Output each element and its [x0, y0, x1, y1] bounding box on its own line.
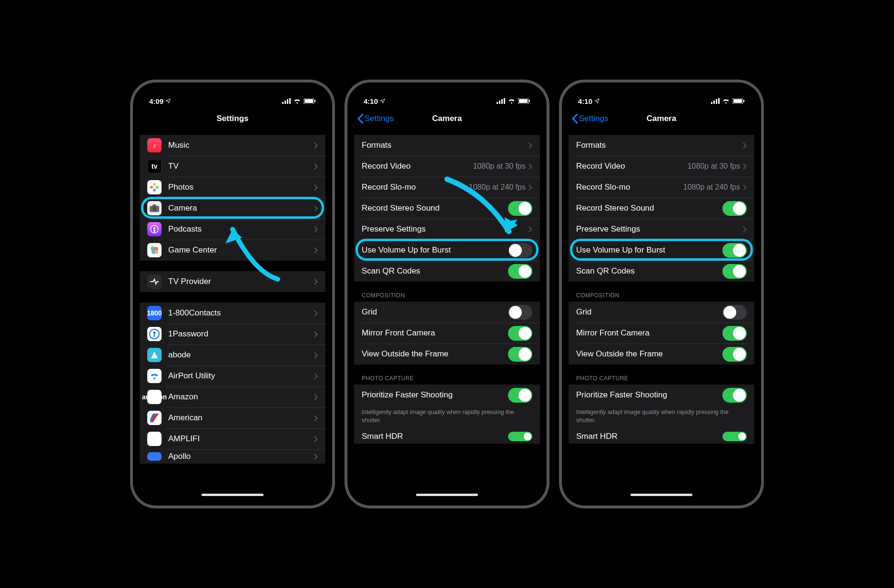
- home-indicator[interactable]: [202, 494, 264, 496]
- row-grid[interactable]: Grid: [569, 302, 754, 323]
- row-view-outside-frame[interactable]: View Outside the Frame: [354, 344, 540, 365]
- toggle-prioritize-faster[interactable]: [722, 388, 747, 403]
- toggle-scan-qr[interactable]: [722, 264, 747, 279]
- svg-point-7: [153, 183, 156, 186]
- row-stereo-sound[interactable]: Record Stereo Sound: [354, 198, 540, 219]
- row-volume-burst[interactable]: Use Volume Up for Burst: [569, 240, 754, 261]
- list-item-amazon[interactable]: amazon Amazon: [140, 386, 325, 407]
- svg-rect-33: [718, 98, 720, 104]
- list-item-photos[interactable]: Photos: [140, 177, 325, 198]
- toggle-grid[interactable]: [508, 305, 532, 320]
- list-item-label: 1-800Contacts: [168, 308, 314, 318]
- toggle-volume-burst[interactable]: [508, 243, 532, 258]
- list-item-label: TV Provider: [168, 277, 314, 286]
- row-prioritize-faster[interactable]: Prioritize Faster Shooting: [569, 385, 754, 406]
- row-smart-hdr[interactable]: Smart HDR: [569, 429, 754, 444]
- toggle-view-outside-frame[interactable]: [722, 347, 747, 362]
- list-item-music[interactable]: ♪ Music: [140, 135, 325, 156]
- toggle-prioritize-faster[interactable]: [508, 388, 532, 403]
- row-label: Formats: [362, 141, 528, 150]
- toggle-grid[interactable]: [722, 305, 747, 320]
- row-record-video[interactable]: Record Video 1080p at 30 fps: [354, 156, 540, 177]
- camera-content[interactable]: Formats Record Video 1080p at 30 fps Rec…: [569, 129, 754, 499]
- phone-3: 4:10 Settings Camera Formats: [559, 80, 764, 508]
- section-header-composition: COMPOSITION: [354, 282, 540, 302]
- back-button[interactable]: Settings: [357, 108, 394, 129]
- row-record-slomo[interactable]: Record Slo-mo 1080p at 240 fps: [569, 177, 754, 198]
- row-grid[interactable]: Grid: [354, 302, 540, 323]
- list-item-1password[interactable]: 1Password: [140, 324, 325, 345]
- location-arrow-icon: [165, 98, 171, 104]
- row-stereo-sound[interactable]: Record Stereo Sound: [569, 198, 754, 219]
- chevron-right-icon: [314, 310, 318, 316]
- list-item-camera[interactable]: Camera: [140, 198, 325, 219]
- footer-caption: Intelligently adapt image quality when r…: [569, 406, 754, 429]
- section-header-photo-capture: PHOTO CAPTURE: [569, 365, 754, 385]
- row-scan-qr[interactable]: Scan QR Codes: [569, 261, 754, 282]
- row-scan-qr[interactable]: Scan QR Codes: [354, 261, 540, 282]
- list-item-label: Podcasts: [168, 224, 314, 234]
- camera-content[interactable]: Formats Record Video 1080p at 30 fps Rec…: [354, 129, 540, 499]
- app-icon: 1800: [147, 306, 162, 320]
- toggle-smart-hdr[interactable]: [722, 432, 747, 441]
- game-center-icon: [147, 243, 162, 257]
- row-volume-burst[interactable]: Use Volume Up for Burst: [354, 240, 540, 261]
- toggle-view-outside-frame[interactable]: [508, 347, 532, 362]
- back-label: Settings: [579, 114, 608, 123]
- list-item-podcasts[interactable]: Podcasts: [140, 219, 325, 240]
- battery-icon: [518, 98, 530, 104]
- list-item-label: Amazon: [168, 392, 314, 402]
- svg-rect-32: [716, 99, 717, 104]
- camera-group-composition: Grid Mirror Front Camera View Outside th…: [354, 302, 540, 365]
- chevron-right-icon: [314, 331, 318, 337]
- svg-rect-6: [315, 100, 315, 102]
- toggle-stereo-sound[interactable]: [508, 201, 532, 216]
- chevron-right-icon: [528, 184, 532, 191]
- list-item-abode[interactable]: abode: [140, 345, 325, 365]
- list-item-gamecenter[interactable]: Game Center: [140, 240, 325, 261]
- row-preserve-settings[interactable]: Preserve Settings: [569, 219, 754, 240]
- app-icon: amazon: [147, 390, 162, 404]
- row-mirror-front[interactable]: Mirror Front Camera: [569, 323, 754, 344]
- row-preserve-settings[interactable]: Preserve Settings: [354, 219, 540, 240]
- svg-rect-26: [504, 98, 505, 104]
- chevron-right-icon: [528, 226, 532, 233]
- list-item-amplifi[interactable]: AMP AMPLIFI: [140, 428, 325, 449]
- row-label: Use Volume Up for Burst: [576, 245, 722, 255]
- toggle-volume-burst[interactable]: [722, 243, 747, 258]
- list-item-apollo[interactable]: Apollo: [140, 449, 325, 464]
- row-record-video[interactable]: Record Video 1080p at 30 fps: [569, 156, 754, 177]
- toggle-stereo-sound[interactable]: [722, 201, 747, 216]
- row-label: Formats: [576, 141, 743, 150]
- wifi-icon: [722, 98, 730, 104]
- row-mirror-front[interactable]: Mirror Front Camera: [354, 323, 540, 344]
- home-indicator[interactable]: [416, 494, 478, 496]
- list-item-label: Apollo: [168, 452, 314, 461]
- app-icon: [147, 452, 162, 461]
- toggle-mirror-front[interactable]: [508, 326, 532, 341]
- list-item-tv[interactable]: tv TV: [140, 156, 325, 177]
- list-item-american[interactable]: American: [140, 407, 325, 428]
- row-view-outside-frame[interactable]: View Outside the Frame: [569, 344, 754, 365]
- row-prioritize-faster[interactable]: Prioritize Faster Shooting: [354, 385, 540, 406]
- toggle-scan-qr[interactable]: [508, 264, 532, 279]
- back-button[interactable]: Settings: [571, 108, 608, 129]
- toggle-smart-hdr[interactable]: [508, 432, 532, 441]
- home-indicator[interactable]: [630, 494, 692, 496]
- list-item-1800contacts[interactable]: 1800 1-800Contacts: [140, 303, 325, 324]
- chevron-right-icon: [528, 142, 532, 149]
- row-label: Scan QR Codes: [576, 266, 722, 276]
- row-formats[interactable]: Formats: [569, 135, 754, 156]
- list-item-tvprovider[interactable]: TV Provider: [140, 271, 325, 292]
- row-record-slomo[interactable]: Record Slo-mo 1080p at 240 fps: [354, 177, 540, 198]
- cellular-signal-icon: [282, 98, 291, 104]
- row-label: Record Video: [362, 162, 473, 171]
- list-item-airport[interactable]: AirPort Utility: [140, 365, 325, 386]
- row-smart-hdr[interactable]: Smart HDR: [354, 429, 540, 444]
- row-label: Record Video: [576, 162, 688, 171]
- chevron-right-icon: [314, 163, 318, 170]
- toggle-mirror-front[interactable]: [722, 326, 747, 341]
- wifi-icon: [293, 98, 301, 104]
- settings-content[interactable]: ♪ Music tv TV Photos: [140, 129, 325, 499]
- row-formats[interactable]: Formats: [354, 135, 540, 156]
